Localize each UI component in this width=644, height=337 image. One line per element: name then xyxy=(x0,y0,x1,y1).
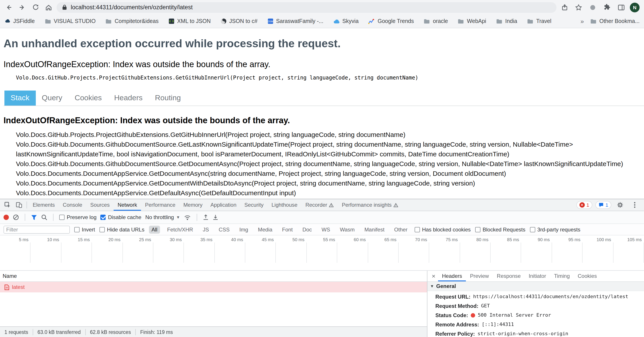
bookmark-folder-visual-studio[interactable]: VISUAL STUDIO xyxy=(44,18,96,24)
export-har-button[interactable] xyxy=(203,214,209,220)
details-tab-preview[interactable]: Preview xyxy=(466,271,493,281)
devtools-tab-sources[interactable]: Sources xyxy=(86,199,114,211)
profile-avatar[interactable]: N xyxy=(630,2,640,12)
bookmark-star-button[interactable] xyxy=(573,2,584,12)
bookmark-xml-to-json[interactable]: XML to JSON xyxy=(168,18,210,24)
filter-chip-fetch-xhr[interactable]: Fetch/XHR xyxy=(164,226,196,233)
has-blocked-cookies-checkbox[interactable]: Has blocked cookies xyxy=(414,226,471,233)
bookmark-folder-india[interactable]: India xyxy=(496,18,517,24)
forward-button[interactable] xyxy=(17,2,28,12)
exception-message: IndexOutOfRangeException: Index was outs… xyxy=(4,60,644,69)
details-tab-cookies[interactable]: Cookies xyxy=(574,271,601,281)
issues-badge[interactable]: 1 xyxy=(596,201,611,209)
filter-chip-manifest[interactable]: Manifest xyxy=(362,226,387,233)
filter-chip-css[interactable]: CSS xyxy=(216,226,232,233)
bookmark-folder-compitetor-ideas[interactable]: Compitetor&ideas xyxy=(106,18,159,24)
tab-cookies[interactable]: Cookies xyxy=(68,90,108,106)
bookmark-folder-travel[interactable]: Travel xyxy=(527,18,552,24)
hide-data-urls-checkbox[interactable]: Hide data URLs xyxy=(100,226,144,233)
checkbox-unchecked[interactable] xyxy=(59,215,64,220)
devtools-tab-application[interactable]: Application xyxy=(206,199,240,211)
home-button[interactable] xyxy=(43,2,54,12)
filter-chip-all[interactable]: All xyxy=(149,226,160,233)
bookmark-saraswatfamily[interactable]: DSM SaraswatFamily -... xyxy=(267,18,323,24)
record-button[interactable] xyxy=(4,215,9,220)
tab-stack[interactable]: Stack xyxy=(4,90,36,106)
filter-input[interactable] xyxy=(4,226,70,233)
search-button[interactable] xyxy=(41,214,47,220)
checkbox-unchecked[interactable] xyxy=(530,227,535,232)
extensions-menu-button[interactable] xyxy=(602,2,612,12)
requests-name-column-header[interactable]: Name xyxy=(0,271,427,282)
lock-icon xyxy=(62,4,67,10)
network-conditions-button[interactable] xyxy=(184,214,191,220)
share-button[interactable] xyxy=(559,2,570,12)
devtools-menu-button[interactable] xyxy=(629,202,640,208)
filter-chip-other[interactable]: Other xyxy=(392,226,410,233)
filter-chip-wasm[interactable]: Wasm xyxy=(337,226,357,233)
inspect-element-button[interactable] xyxy=(2,199,13,211)
address-bar[interactable]: localhost:44311/documents/en/ozdentity/l… xyxy=(56,2,556,12)
other-bookmarks-folder[interactable]: Other Bookma... xyxy=(590,18,640,24)
tab-headers[interactable]: Headers xyxy=(108,90,149,106)
filter-chip-ws[interactable]: WS xyxy=(319,226,333,233)
tab-routing[interactable]: Routing xyxy=(149,90,187,106)
disable-cache-checkbox[interactable]: Disable cache xyxy=(100,214,142,220)
filter-chip-doc[interactable]: Doc xyxy=(300,226,314,233)
devtools-tab-memory[interactable]: Memory xyxy=(180,199,207,211)
device-toolbar-button[interactable] xyxy=(13,199,25,211)
checkbox-unchecked[interactable] xyxy=(475,227,480,232)
reload-button[interactable] xyxy=(30,2,41,12)
extension-button[interactable] xyxy=(588,2,598,12)
devtools-tab-recorder[interactable]: Recorder xyxy=(302,199,338,211)
network-overview-timeline[interactable]: 5 ms 10 ms 15 ms 20 ms 25 ms 30 ms 35 ms… xyxy=(0,235,644,271)
devtools-tab-security[interactable]: Security xyxy=(240,199,268,211)
devtools-tab-performance[interactable]: Performance xyxy=(141,199,179,211)
preserve-log-checkbox[interactable]: Preserve log xyxy=(59,214,96,220)
bookmark-folder-oracle[interactable]: oracle xyxy=(424,18,448,24)
details-tab-timing[interactable]: Timing xyxy=(550,271,574,281)
url-text[interactable]: localhost:44311/documents/en/ozdentity/l… xyxy=(71,4,193,10)
details-tab-initiator[interactable]: Initiator xyxy=(525,271,550,281)
filter-chip-media[interactable]: Media xyxy=(255,226,275,233)
bookmarks-bar: JSFiddle VISUAL STUDIO Compitetor&ideas … xyxy=(0,14,644,28)
clear-button[interactable] xyxy=(13,214,19,220)
devtools-tab-lighthouse[interactable]: Lighthouse xyxy=(268,199,301,211)
details-tab-response[interactable]: Response xyxy=(493,271,525,281)
checkbox-unchecked[interactable] xyxy=(414,227,420,232)
bookmark-folder-webapi[interactable]: WebApi xyxy=(458,18,486,24)
devtools-tab-elements[interactable]: Elements xyxy=(29,199,59,211)
network-filter-bar: Invert Hide data URLs All Fetch/XHR JS C… xyxy=(0,224,644,235)
back-button[interactable] xyxy=(4,2,14,12)
throttling-select[interactable]: No throttling ▼ xyxy=(146,214,180,220)
filter-toggle-button[interactable] xyxy=(31,214,37,220)
request-row-latest[interactable]: latest xyxy=(0,282,427,292)
bookmark-google-trends[interactable]: Google Trends xyxy=(368,18,414,24)
stack-frame: Volo.Docs.GitHub.Documents.GithubDocumen… xyxy=(16,140,637,159)
third-party-requests-checkbox[interactable]: 3rd-party requests xyxy=(530,226,580,233)
general-section-header[interactable]: ▼ General xyxy=(428,282,644,291)
checkbox-unchecked[interactable] xyxy=(74,227,80,232)
devtools-tab-network[interactable]: Network xyxy=(114,199,141,211)
close-details-button[interactable]: × xyxy=(429,273,438,280)
invert-checkbox[interactable]: Invert xyxy=(74,226,95,233)
console-errors-badge[interactable]: × 1 xyxy=(576,201,592,209)
bookmark-json-to-csharp[interactable]: JSON to c# xyxy=(220,18,258,24)
devtools-settings-button[interactable] xyxy=(614,202,626,208)
blocked-requests-checkbox[interactable]: Blocked Requests xyxy=(475,226,525,233)
details-tab-headers[interactable]: Headers xyxy=(438,271,466,281)
import-har-button[interactable] xyxy=(213,214,218,220)
side-panel-button[interactable] xyxy=(616,2,626,12)
filter-chip-font[interactable]: Font xyxy=(279,226,295,233)
bookmark-jsfiddle[interactable]: JSFiddle xyxy=(4,18,35,24)
filter-chip-js[interactable]: JS xyxy=(200,226,212,233)
devtools-tab-console[interactable]: Console xyxy=(59,199,86,211)
devtools-tab-performance-insights[interactable]: Performance insights xyxy=(338,199,402,211)
bookmarks-overflow-button[interactable]: » xyxy=(580,18,584,25)
details-tabbar: × Headers Preview Response Initiator Tim… xyxy=(428,271,644,282)
checkbox-checked[interactable] xyxy=(100,215,106,220)
bookmark-skyvia[interactable]: Skyvia xyxy=(333,18,359,24)
tab-query[interactable]: Query xyxy=(36,90,68,106)
filter-chip-img[interactable]: Img xyxy=(237,226,251,233)
checkbox-unchecked[interactable] xyxy=(100,227,105,232)
